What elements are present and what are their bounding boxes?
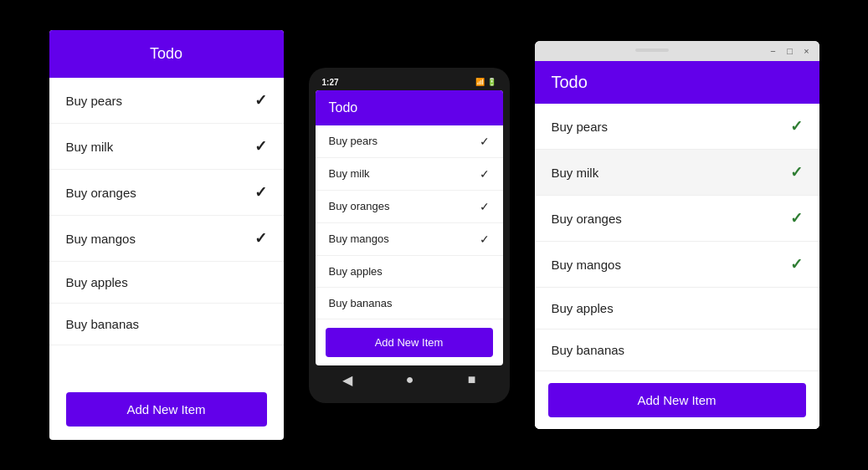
resize-bar [635,49,669,52]
status-time: 1:27 [322,78,339,87]
panel1-header: Todo [49,30,284,78]
list-item[interactable]: Buy apples [49,262,284,304]
item-label: Buy mangos [329,232,389,245]
item-label: Buy apples [552,301,614,315]
item-label: Buy pears [552,120,609,134]
list-item[interactable]: Buy mangos ✓ [535,242,819,288]
list-item[interactable]: Buy oranges ✓ [316,191,503,223]
phone-screen: Todo Buy pears ✓Buy milk ✓Buy oranges ✓B… [316,90,503,365]
item-label: Buy bananas [552,343,625,357]
item-label: Buy milk [66,140,114,154]
minimize-button[interactable]: − [768,45,779,57]
list-item[interactable]: Buy milk ✓ [535,150,819,196]
check-icon: ✓ [254,137,267,156]
panel2-phone: 1:27 📶 🔋 Todo Buy pears ✓Buy milk ✓Buy o… [309,68,510,403]
nav-recents[interactable]: ■ [468,372,476,387]
check-icon: ✓ [790,163,803,181]
check-icon: ✓ [790,117,803,135]
list-item[interactable]: Buy bananas [535,330,819,371]
item-label: Buy oranges [552,212,622,226]
phone-footer: Add New Item [316,319,503,365]
close-button[interactable]: × [801,45,813,57]
item-label: Buy pears [329,135,378,147]
item-label: Buy apples [329,265,383,278]
win-header: Todo [535,61,819,104]
check-icon: ✓ [790,209,803,227]
panel1-title: Todo [150,45,182,62]
check-icon: ✓ [254,183,267,202]
panel3-window: − □ × Todo Buy pears ✓Buy milk ✓Buy oran… [535,41,819,429]
item-label: Buy mangos [66,232,136,246]
check-icon: ✓ [254,229,267,248]
check-icon: ✓ [480,167,490,181]
status-bar: 1:27 📶 🔋 [316,76,503,90]
item-label: Buy oranges [329,200,390,212]
check-icon: ✓ [480,135,490,148]
nav-back[interactable]: ◀ [342,372,352,388]
item-label: Buy apples [66,275,128,289]
phone-list: Buy pears ✓Buy milk ✓Buy oranges ✓Buy ma… [316,125,503,319]
list-item[interactable]: Buy apples [535,288,819,330]
phone-add-button[interactable]: Add New Item [326,328,493,357]
win-title: Todo [552,73,588,91]
list-item[interactable]: Buy mangos ✓ [316,223,503,256]
check-icon: ✓ [790,255,803,273]
win-add-button[interactable]: Add New Item [548,383,806,417]
list-item[interactable]: Buy pears ✓ [49,78,284,124]
list-item[interactable]: Buy pears ✓ [316,125,503,158]
phone-title: Todo [329,100,358,115]
list-item[interactable]: Buy bananas [49,304,284,345]
panel1-list: Buy pears ✓Buy milk ✓Buy oranges ✓Buy ma… [49,78,284,379]
maximize-button[interactable]: □ [784,45,796,57]
titlebar: − □ × [535,41,819,61]
status-icons: 📶 🔋 [475,78,496,86]
check-icon: ✓ [254,91,267,110]
item-label: Buy pears [66,94,123,108]
item-label: Buy milk [329,167,370,180]
list-item[interactable]: Buy apples [316,256,503,288]
item-label: Buy bananas [66,317,140,331]
list-item[interactable]: Buy milk ✓ [316,158,503,191]
item-label: Buy bananas [329,297,393,309]
phone-header: Todo [316,90,503,125]
list-item[interactable]: Buy oranges ✓ [49,170,284,216]
check-icon: ✓ [480,200,490,213]
list-item[interactable]: Buy oranges ✓ [535,196,819,242]
nav-home[interactable]: ● [406,372,414,387]
win-footer: Add New Item [535,371,819,429]
item-label: Buy oranges [66,186,136,200]
item-label: Buy mangos [552,258,621,272]
win-list: Buy pears ✓Buy milk ✓Buy oranges ✓Buy ma… [535,104,819,371]
panel1-footer: Add New Item [49,379,284,440]
item-label: Buy milk [552,166,599,180]
check-icon: ✓ [480,232,490,246]
list-item[interactable]: Buy bananas [316,288,503,319]
panel1-card: Todo Buy pears ✓Buy milk ✓Buy oranges ✓B… [49,30,284,440]
panel1-add-button[interactable]: Add New Item [66,392,267,427]
list-item[interactable]: Buy milk ✓ [49,124,284,170]
win-app: Todo Buy pears ✓Buy milk ✓Buy oranges ✓B… [535,61,819,429]
list-item[interactable]: Buy pears ✓ [535,104,819,150]
nav-bar: ◀ ● ■ [316,365,503,388]
list-item[interactable]: Buy mangos ✓ [49,216,284,262]
